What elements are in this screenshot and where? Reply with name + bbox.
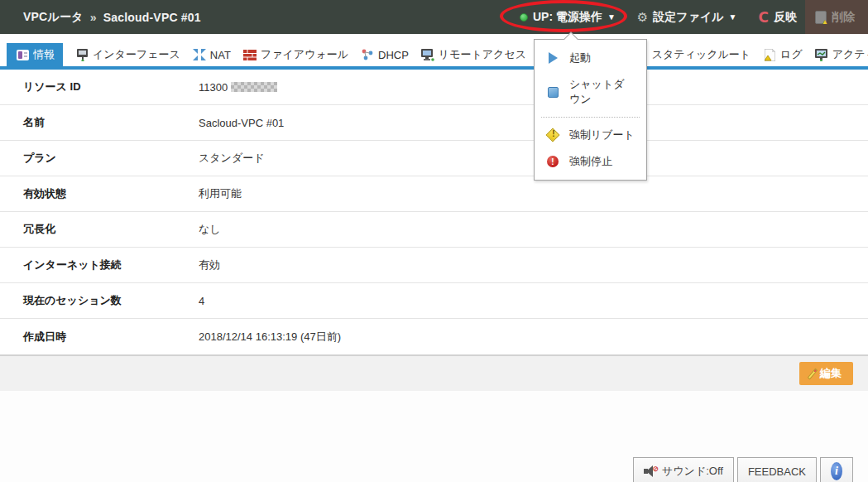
tab-bar: 情報 インターフェース NAT ファイアウォール DHCP リモートアクセス [0, 34, 868, 70]
feedback-button[interactable]: FEEDBACK [737, 457, 817, 482]
remote-access-icon [420, 48, 435, 61]
apply-button[interactable]: C 反映 [759, 9, 797, 26]
tab-activity[interactable]: アクティビティ [814, 43, 868, 66]
row-value: スタンダード [199, 151, 265, 166]
bottom-utility-bar: ⊘ サウンド:Off FEEDBACK i [633, 457, 853, 482]
feedback-label: FEEDBACK [748, 465, 806, 478]
row-label: 有効状態 [0, 186, 199, 201]
tab-dhcp[interactable]: DHCP [360, 43, 409, 66]
row-label: リソース ID [0, 80, 199, 94]
log-document-icon [762, 48, 777, 61]
topbar-actions: UP: 電源操作 ▼ ⚙ 設定ファイル ▼ C 反映 削除 [520, 0, 868, 34]
table-row-sessions: 現在のセッション数 4 [0, 283, 868, 319]
menu-item-start[interactable]: 起動 [535, 45, 646, 71]
delete-label: 削除 [832, 10, 855, 25]
shutdown-square-icon [546, 85, 559, 99]
start-play-icon [546, 51, 559, 65]
tab-label: 情報 [33, 47, 55, 62]
row-label: 作成日時 [0, 330, 199, 345]
tab-firewall[interactable]: ファイアウォール [242, 43, 348, 66]
breadcrumb: VPCルータ » Sacloud-VPC #01 [0, 10, 201, 25]
config-file-label: 設定ファイル [653, 10, 723, 25]
menu-item-label: 強制リブート [569, 128, 635, 142]
info-circle-icon: i [831, 462, 842, 480]
tab-nat[interactable]: NAT [192, 43, 231, 66]
sound-label: サウンド:Off [662, 464, 723, 479]
menu-item-shutdown[interactable]: シャットダウン [535, 71, 646, 113]
tab-label: DHCP [378, 49, 409, 61]
menu-separator [541, 117, 640, 118]
tab-label: ファイアウォール [261, 47, 348, 62]
sound-muted-icon: ⊘ [644, 465, 657, 477]
top-bar: VPCルータ » Sacloud-VPC #01 UP: 電源操作 ▼ ⚙ 設定… [0, 0, 868, 34]
info-icon [15, 48, 30, 61]
delete-button[interactable]: 削除 [805, 0, 868, 34]
warning-diamond-icon [546, 128, 559, 142]
table-row-created-at: 作成日時 2018/12/14 16:13:19 (47日前) [0, 319, 868, 354]
menu-item-label: 起動 [569, 51, 591, 65]
row-label: インターネット接続 [0, 258, 199, 272]
power-operation-menu: 起動 シャットダウン 強制リブート ! 強制停止 [534, 39, 647, 181]
row-label: 名前 [0, 115, 199, 130]
tab-log[interactable]: ログ [762, 43, 803, 66]
row-value: 11300 [199, 81, 277, 94]
table-row-internet: インターネット接続 有効 [0, 248, 868, 283]
chevron-down-icon: ▼ [607, 12, 616, 22]
firewall-brick-icon [242, 48, 257, 61]
tab-static-route[interactable]: スタティックルート [634, 43, 751, 66]
table-row-plan: プラン スタンダード [0, 141, 868, 176]
action-bar: 編集 [0, 354, 868, 391]
menu-item-forced-reboot[interactable]: 強制リブート [535, 122, 646, 148]
edit-label: 編集 [820, 366, 842, 381]
sound-toggle-button[interactable]: ⊘ サウンド:Off [633, 457, 734, 482]
gear-icon: ⚙ [637, 10, 648, 25]
row-value: 有効 [199, 258, 220, 272]
row-label: 冗長化 [0, 222, 199, 237]
resource-info-table: リソース ID 11300 名前 Sacloud-VPC #01 プラン スタン… [0, 70, 868, 354]
menu-item-label: 強制停止 [569, 154, 612, 169]
menu-item-forced-stop[interactable]: ! 強制停止 [535, 148, 646, 175]
apply-label: 反映 [774, 10, 797, 25]
row-value: Sacloud-VPC #01 [199, 117, 284, 129]
power-operation-button[interactable]: UP: 電源操作 ▼ [520, 10, 616, 25]
row-label: プラン [0, 151, 199, 166]
refresh-icon: C [759, 9, 769, 26]
power-operation-label: UP: 電源操作 [533, 10, 602, 25]
redacted-block [231, 82, 277, 92]
breadcrumb-section[interactable]: VPCルータ [23, 10, 84, 25]
tab-label: スタティックルート [652, 47, 751, 62]
row-value: 利用可能 [199, 186, 242, 201]
row-label: 現在のセッション数 [0, 293, 199, 308]
tab-info[interactable]: 情報 [7, 43, 63, 66]
tab-label: インターフェース [93, 47, 180, 62]
status-up-icon [520, 13, 528, 22]
row-value: なし [199, 222, 221, 237]
chevron-down-icon: ▼ [729, 12, 737, 22]
tab-remote-access[interactable]: リモートアクセス [420, 43, 526, 66]
help-info-button[interactable]: i [820, 457, 853, 482]
resource-id-value: 11300 [199, 81, 228, 94]
tab-label: リモートアクセス [439, 47, 526, 62]
tab-label: ログ [780, 47, 803, 62]
tab-label: アクティビティ [832, 47, 868, 62]
row-value: 2018/12/14 16:13:19 (47日前) [199, 330, 341, 345]
tab-interfaces[interactable]: インターフェース [74, 43, 180, 66]
row-value: 4 [199, 295, 204, 307]
tab-label: NAT [210, 49, 231, 61]
error-circle-icon: ! [546, 155, 559, 168]
menu-item-label: シャットダウン [569, 77, 635, 107]
breadcrumb-resource-name: Sacloud-VPC #01 [103, 11, 201, 24]
config-file-button[interactable]: ⚙ 設定ファイル ▼ [637, 10, 737, 25]
table-row-name: 名前 Sacloud-VPC #01 [0, 105, 868, 141]
table-row-resource-id: リソース ID 11300 [0, 70, 868, 105]
delete-warning-icon [815, 11, 827, 24]
network-interface-icon [74, 48, 89, 61]
dhcp-network-icon [360, 48, 375, 61]
pencil-icon [808, 368, 818, 379]
table-row-availability: 有効状態 利用可能 [0, 176, 868, 212]
activity-monitor-icon [814, 48, 829, 61]
breadcrumb-separator: » [90, 11, 97, 24]
nat-arrows-icon [192, 48, 207, 61]
edit-button[interactable]: 編集 [799, 362, 853, 385]
table-row-redundancy: 冗長化 なし [0, 212, 868, 248]
